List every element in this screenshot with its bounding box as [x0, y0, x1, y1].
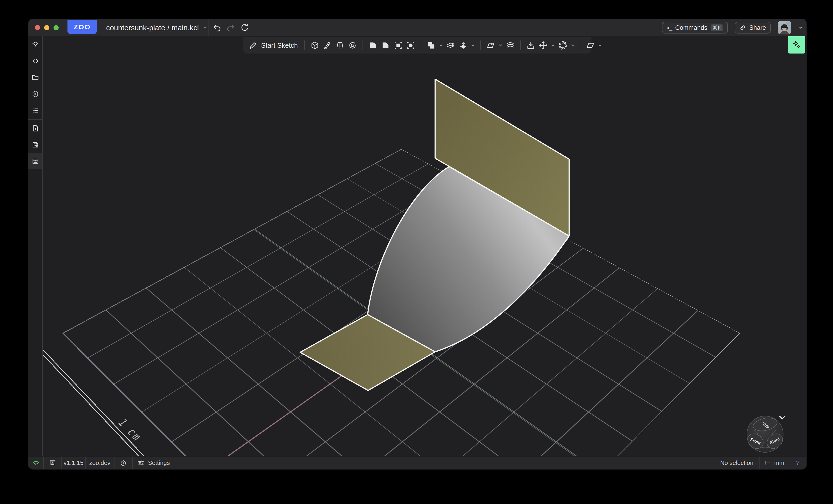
share-label: Share [749, 24, 766, 31]
link-icon [739, 24, 746, 31]
redo-button[interactable] [225, 22, 237, 34]
code-icon [31, 57, 39, 65]
folder-icon [31, 74, 39, 81]
revolve-button[interactable] [346, 39, 359, 52]
sidebar-item-project-files[interactable] [28, 69, 42, 86]
zoo-dev-link[interactable]: zoo.dev [86, 457, 115, 469]
window-controls [28, 25, 58, 30]
settings-label: Settings [148, 459, 170, 466]
ruler-icon [764, 459, 771, 466]
sketch-plane-icon [586, 41, 595, 50]
network-health-icon [32, 459, 40, 467]
hole-button[interactable] [404, 39, 417, 52]
circular-pattern-icon [558, 41, 568, 50]
sidebar-item-feature-tree[interactable] [28, 36, 42, 53]
status-bar: v1.1.15 zoo.dev Settings No selection mm… [28, 456, 807, 469]
divider [421, 41, 421, 50]
divider [362, 41, 363, 50]
move-icon [539, 41, 548, 50]
sweep-icon [323, 41, 332, 50]
divider [209, 19, 209, 36]
extrude-button[interactable] [309, 39, 321, 52]
pencil-icon [248, 41, 258, 50]
modeling-toolbar: Start Sketch [243, 37, 592, 53]
insert-button[interactable] [524, 39, 537, 52]
revolve-icon [348, 41, 357, 50]
screen: ZOO countersunk-plate / main.kcl [0, 0, 833, 504]
fillet-icon [368, 41, 378, 50]
help-button[interactable]: ? [789, 457, 807, 469]
divider [580, 41, 580, 50]
shell-button[interactable] [392, 39, 404, 52]
loft-button[interactable] [334, 39, 346, 52]
sidebar-item-logs[interactable] [28, 102, 42, 119]
sidebar-item-kcl-code[interactable] [28, 53, 42, 69]
circular-pattern-button[interactable] [556, 39, 569, 52]
share-button[interactable]: Share [735, 22, 771, 33]
divider [304, 41, 305, 50]
loft-icon [335, 41, 344, 50]
move-menu-chevron[interactable] [550, 39, 556, 52]
timer-button[interactable] [115, 457, 133, 469]
chevron-down-icon [471, 43, 476, 48]
sketch-plane-menu-chevron[interactable] [597, 39, 603, 52]
boolean-button[interactable] [425, 39, 437, 52]
commands-button[interactable]: >_ Commands ⌘K [662, 22, 728, 33]
sidebar-item-export[interactable] [28, 137, 42, 153]
settings-button[interactable]: Settings [133, 457, 174, 469]
avatar[interactable] [778, 21, 791, 34]
sketch-plane-button[interactable] [584, 39, 597, 52]
helix-icon [506, 41, 515, 50]
variables-icon [31, 90, 39, 98]
offset-plane-icon [459, 41, 468, 50]
helix-button[interactable] [504, 39, 517, 52]
refresh-icon [240, 23, 249, 32]
sidebar-item-import-file[interactable] [28, 120, 42, 137]
file-import-icon [31, 124, 39, 132]
minimize-window-button[interactable] [44, 25, 49, 30]
sweep-button[interactable] [321, 39, 334, 52]
machine-manager-button[interactable] [44, 457, 62, 469]
offset-plane-menu-chevron[interactable] [470, 39, 477, 52]
user-menu-chevron-icon[interactable] [798, 25, 804, 30]
text-to-cad-button[interactable] [788, 36, 805, 53]
model-countersunk-plate [43, 36, 807, 457]
pattern-menu-chevron[interactable] [569, 39, 576, 52]
sparkles-icon [791, 39, 802, 50]
fillet-button[interactable] [367, 39, 379, 52]
undo-button[interactable] [211, 22, 223, 34]
split-icon [446, 41, 455, 50]
sidebar-item-machine[interactable] [28, 153, 42, 170]
close-window-button[interactable] [35, 25, 40, 30]
redo-icon [226, 23, 236, 32]
app-window: ZOO countersunk-plate / main.kcl [28, 19, 807, 470]
divider [520, 41, 521, 50]
boolean-menu-chevron[interactable] [437, 39, 445, 52]
plane-button[interactable] [484, 39, 497, 52]
extrude-icon [310, 41, 319, 50]
chamfer-button[interactable] [379, 39, 392, 52]
sliders-icon [137, 459, 145, 466]
view-orientation-gizmo[interactable]: Top Front Right [739, 409, 791, 457]
network-status-button[interactable] [28, 457, 44, 469]
move-button[interactable] [537, 39, 550, 52]
chevron-down-icon [597, 43, 603, 48]
machine-icon [49, 459, 56, 466]
viewport-3d-canvas[interactable]: 1 cm [43, 36, 807, 457]
project-name-button[interactable]: countersunk-plate / main.kcl [106, 24, 208, 32]
plane-menu-chevron[interactable] [497, 39, 504, 52]
start-sketch-button[interactable]: Start Sketch [248, 41, 301, 50]
gizmo-menu-chevron-icon[interactable] [780, 416, 785, 419]
zoom-window-button[interactable] [53, 25, 58, 30]
feature-tree-icon [31, 41, 39, 48]
zoo-logo: ZOO [68, 20, 97, 34]
split-button[interactable] [445, 39, 457, 52]
hole-icon [406, 41, 415, 50]
sidebar-item-variables[interactable] [28, 86, 42, 102]
stopwatch-icon [120, 459, 127, 466]
commands-label: Commands [675, 24, 707, 31]
units-button[interactable]: mm [760, 457, 789, 469]
offset-plane-button[interactable] [457, 39, 470, 52]
refresh-button[interactable] [239, 22, 251, 34]
boolean-icon [427, 41, 436, 50]
